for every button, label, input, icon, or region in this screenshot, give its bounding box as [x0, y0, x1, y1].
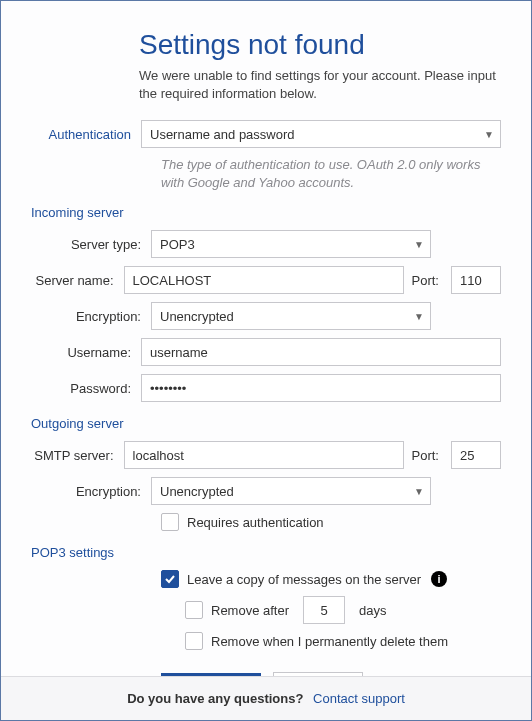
settings-panel: Settings not found We were unable to fin…: [1, 1, 531, 676]
intro-text: We were unable to find settings for your…: [139, 67, 501, 102]
remove-after-checkbox[interactable]: [185, 601, 203, 619]
requires-auth-label: Requires authentication: [187, 515, 324, 530]
incoming-encryption-value: Unencrypted: [160, 309, 234, 324]
outgoing-port-input[interactable]: [451, 441, 501, 469]
smtp-input[interactable]: [124, 441, 404, 469]
outgoing-encryption-value: Unencrypted: [160, 484, 234, 499]
chevron-down-icon: ▼: [484, 129, 494, 140]
incoming-heading: Incoming server: [31, 205, 501, 220]
contact-support-link[interactable]: Contact support: [313, 691, 405, 706]
incoming-port-label: Port:: [412, 273, 443, 288]
outgoing-heading: Outgoing server: [31, 416, 501, 431]
leave-copy-label: Leave a copy of messages on the server: [187, 572, 421, 587]
footer-question: Do you have any questions?: [127, 691, 303, 706]
server-type-label: Server type:: [31, 237, 151, 252]
authentication-label: Authentication: [31, 127, 141, 142]
password-input[interactable]: [141, 374, 501, 402]
info-icon[interactable]: i: [431, 571, 447, 587]
leave-copy-checkbox[interactable]: [161, 570, 179, 588]
remove-after-suffix: days: [359, 603, 386, 618]
pop3-heading: POP3 settings: [31, 545, 501, 560]
outgoing-port-label: Port:: [412, 448, 443, 463]
authentication-hint: The type of authentication to use. OAuth…: [161, 156, 501, 191]
incoming-encryption-select[interactable]: Unencrypted ▼: [151, 302, 431, 330]
chevron-down-icon: ▼: [414, 239, 424, 250]
username-input[interactable]: [141, 338, 501, 366]
remove-after-prefix: Remove after: [211, 603, 289, 618]
password-label: Password:: [31, 381, 141, 396]
username-label: Username:: [31, 345, 141, 360]
authentication-select[interactable]: Username and password ▼: [141, 120, 501, 148]
server-name-input[interactable]: [124, 266, 404, 294]
remove-after-days-input[interactable]: [303, 596, 345, 624]
smtp-label: SMTP server:: [31, 448, 124, 463]
remove-perm-checkbox[interactable]: [185, 632, 203, 650]
authentication-value: Username and password: [150, 127, 295, 142]
chevron-down-icon: ▼: [414, 311, 424, 322]
footer: Do you have any questions? Contact suppo…: [1, 676, 531, 720]
outgoing-encryption-label: Encryption:: [31, 484, 151, 499]
incoming-port-input[interactable]: [451, 266, 501, 294]
chevron-down-icon: ▼: [414, 486, 424, 497]
incoming-encryption-label: Encryption:: [31, 309, 151, 324]
server-name-label: Server name:: [31, 273, 124, 288]
server-type-value: POP3: [160, 237, 195, 252]
requires-auth-checkbox[interactable]: [161, 513, 179, 531]
page-title: Settings not found: [139, 29, 501, 61]
outgoing-encryption-select[interactable]: Unencrypted ▼: [151, 477, 431, 505]
remove-perm-label: Remove when I permanently delete them: [211, 634, 448, 649]
server-type-select[interactable]: POP3 ▼: [151, 230, 431, 258]
